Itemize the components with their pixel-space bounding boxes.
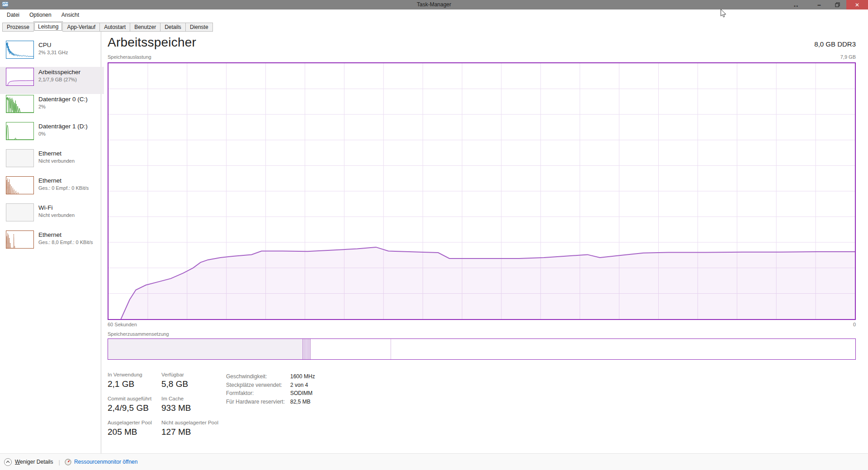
restore-button[interactable] bbox=[828, 0, 846, 9]
sidebar-item-subtitle: 0% bbox=[38, 131, 88, 137]
memory-capacity: 8,0 GB DDR3 bbox=[814, 40, 856, 48]
sidebar-item-arbeitsspeicher[interactable]: Arbeitsspeicher 2,1/7,9 GB (27%) bbox=[0, 67, 104, 94]
stat-value: SODIMM bbox=[290, 389, 312, 398]
stat-label: In Verwendung bbox=[108, 371, 161, 378]
sidebar-item-title: Ethernet bbox=[38, 177, 89, 185]
menubar: Datei Optionen Ansicht bbox=[0, 9, 868, 20]
sidebar-item-subtitle: Ges.: 0 Empf.: 0 KBit/s bbox=[38, 185, 89, 191]
tab-leistung[interactable]: Leistung bbox=[33, 21, 63, 32]
chevron-up-icon bbox=[6, 461, 10, 463]
sidebar-item-subtitle: Nicht verbunden bbox=[38, 212, 75, 218]
x-axis-left-label: 60 Sekunden bbox=[108, 322, 137, 327]
sidebar-item-title: Datenträger 0 (C:) bbox=[38, 95, 88, 103]
sidebar-item-title: Datenträger 1 (D:) bbox=[38, 122, 88, 131]
usage-chart-label: Speicherauslastung bbox=[108, 54, 151, 60]
sidebar-item-cpu[interactable]: CPU 2% 3,31 GHz bbox=[0, 40, 104, 67]
tab-dienste[interactable]: Dienste bbox=[185, 23, 213, 32]
memory-stats-right: Geschwindigkeit: 1600 MHz Steckplätze ve… bbox=[226, 372, 315, 406]
composition-segment-in-use bbox=[108, 339, 303, 359]
window-controls: ↔ – ✕ bbox=[793, 0, 868, 9]
close-button[interactable]: ✕ bbox=[846, 0, 868, 9]
composition-segment-standby bbox=[311, 339, 392, 359]
stat-value: 2 von 4 bbox=[290, 381, 308, 390]
stat-value: 82,5 MB bbox=[290, 398, 311, 406]
page-title: Arbeitsspeicher bbox=[108, 35, 196, 50]
sidebar-scrollbar[interactable] bbox=[100, 32, 102, 453]
ethernet1-thumbnail-chart bbox=[6, 149, 34, 167]
stat-value: 205 MB bbox=[108, 426, 161, 443]
menu-datei[interactable]: Datei bbox=[2, 9, 24, 20]
stat-label: Geschwindigkeit: bbox=[226, 372, 290, 381]
stat-value: 5,8 GB bbox=[161, 378, 226, 395]
tab-details[interactable]: Details bbox=[160, 23, 186, 32]
stat-label: Verfügbar bbox=[161, 371, 226, 378]
composition-segment-free bbox=[391, 339, 855, 359]
less-details-button[interactable] bbox=[4, 458, 12, 466]
tab-benutzer[interactable]: Benutzer bbox=[130, 23, 160, 32]
footer-separator: | bbox=[58, 459, 60, 465]
cpu-thumbnail-chart bbox=[6, 41, 34, 59]
minimize-icon: – bbox=[817, 1, 821, 9]
resource-monitor-label: Ressourcenmonitor öffnen bbox=[74, 459, 138, 465]
stat-label: Für Hardware reserviert: bbox=[226, 398, 290, 406]
sidebar-item-title: Ethernet bbox=[38, 150, 75, 158]
less-details-label[interactable]: Weniger Details bbox=[15, 459, 53, 465]
menu-optionen[interactable]: Optionen bbox=[24, 9, 57, 20]
close-icon: ✕ bbox=[855, 2, 859, 8]
memory-usage-chart bbox=[108, 62, 856, 320]
wifi-thumbnail-chart bbox=[6, 203, 34, 221]
stat-label: Ausgelagerter Pool bbox=[108, 419, 161, 426]
tabbar: Prozesse Leistung App-Verlauf Autostart … bbox=[0, 20, 868, 32]
memory-thumbnail-chart bbox=[6, 68, 34, 86]
stat-label: Commit ausgeführt bbox=[108, 395, 161, 402]
stat-value: 127 MB bbox=[161, 426, 226, 443]
composition-segment-modified bbox=[303, 339, 311, 359]
stat-label: Im Cache bbox=[161, 395, 226, 402]
sidebar-item-ethernet-2[interactable]: Ethernet Ges.: 0 Empf.: 0 KBit/s bbox=[0, 175, 104, 202]
sidebar-item-wifi[interactable]: Wi-Fi Nicht verbunden bbox=[0, 202, 104, 230]
sidebar-item-datentraeger-1[interactable]: Datenträger 1 (D:) 0% bbox=[0, 121, 104, 148]
stat-value: 2,4/9,5 GB bbox=[108, 402, 161, 419]
sidebar-item-title: Ethernet bbox=[38, 231, 93, 239]
menu-ansicht[interactable]: Ansicht bbox=[57, 9, 84, 20]
disk1-thumbnail-chart bbox=[6, 122, 34, 140]
memory-usage-chart-svg bbox=[108, 63, 855, 319]
stat-label: Formfaktor: bbox=[226, 389, 290, 398]
ethernet3-thumbnail-chart bbox=[6, 230, 34, 249]
minimize-button[interactable]: – bbox=[810, 0, 828, 9]
performance-sidebar: CPU 2% 3,31 GHz Arbeitsspeicher 2,1/7,9 … bbox=[0, 32, 104, 453]
sidebar-item-title: Arbeitsspeicher bbox=[38, 68, 80, 76]
memory-panel: Arbeitsspeicher 8,0 GB DDR3 Speicherausl… bbox=[108, 32, 856, 453]
memory-composition-bar bbox=[108, 338, 856, 360]
sidebar-item-subtitle: 2% bbox=[38, 103, 88, 110]
open-resource-monitor-link[interactable]: Ressourcenmonitor öffnen bbox=[65, 459, 138, 465]
x-axis-right-label: 0 bbox=[853, 322, 856, 327]
stat-value: 933 MB bbox=[161, 402, 226, 419]
resource-monitor-icon bbox=[65, 459, 71, 465]
tab-app-verlauf[interactable]: App-Verlauf bbox=[62, 23, 100, 32]
disk0-thumbnail-chart bbox=[6, 95, 34, 113]
stat-label: Nicht ausgelagerter Pool bbox=[161, 419, 226, 426]
sidebar-item-title: Wi-Fi bbox=[38, 204, 75, 212]
restore-icon bbox=[835, 2, 840, 7]
ethernet2-thumbnail-chart bbox=[6, 176, 34, 194]
memory-stats-left: In Verwendung Verfügbar 2,1 GB 5,8 GB Co… bbox=[108, 371, 226, 443]
footer-bar: Weniger Details | Ressourcenmonitor öffn… bbox=[0, 453, 868, 470]
tab-prozesse[interactable]: Prozesse bbox=[2, 23, 34, 32]
stat-value: 2,1 GB bbox=[108, 378, 161, 395]
tab-autostart[interactable]: Autostart bbox=[99, 23, 130, 32]
composition-label: Speicherzusammensetzung bbox=[108, 331, 169, 337]
sidebar-item-title: CPU bbox=[38, 41, 68, 49]
performance-pane: CPU 2% 3,31 GHz Arbeitsspeicher 2,1/7,9 … bbox=[0, 32, 868, 453]
sidebar-item-datentraeger-0[interactable]: Datenträger 0 (C:) 2% bbox=[0, 94, 104, 121]
sidebar-item-subtitle: Nicht verbunden bbox=[38, 158, 75, 164]
usage-chart-max-label: 7,9 GB bbox=[840, 54, 856, 60]
sidebar-item-subtitle: Ges.: 8,0 Empf.: 0 KBit/s bbox=[38, 239, 93, 245]
stat-label: Steckplätze verwendet: bbox=[226, 381, 290, 390]
sidebar-item-ethernet-1[interactable]: Ethernet Nicht verbunden bbox=[0, 148, 104, 175]
sidebar-item-subtitle: 2% 3,31 GHz bbox=[38, 49, 68, 56]
titlebar: Task-Manager ↔ – ✕ bbox=[0, 0, 868, 9]
window-title: Task-Manager bbox=[0, 0, 868, 9]
stat-value: 1600 MHz bbox=[290, 372, 315, 381]
sidebar-item-ethernet-3[interactable]: Ethernet Ges.: 8,0 Empf.: 0 KBit/s bbox=[0, 230, 104, 257]
